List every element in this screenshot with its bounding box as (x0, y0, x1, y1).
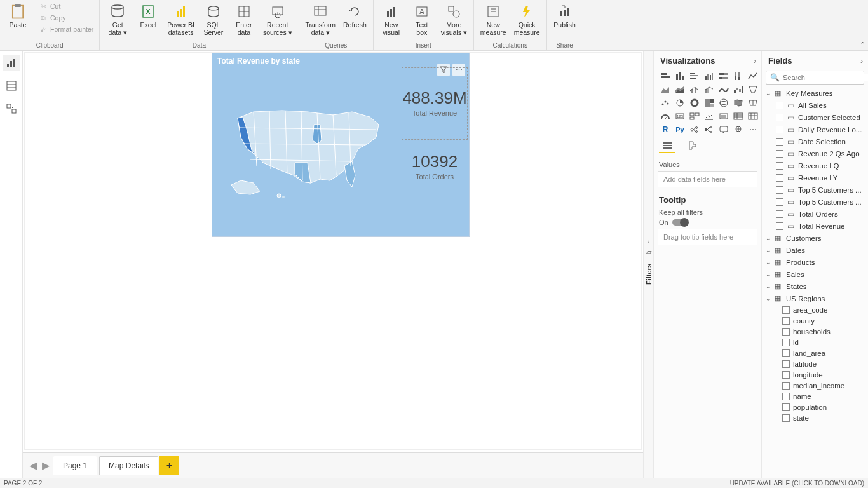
tab-map-details[interactable]: Map Details (99, 456, 158, 475)
new-visual-button[interactable]: New visual (377, 1, 405, 37)
excel-button[interactable]: XExcel (134, 1, 162, 30)
table-customers[interactable]: ⌄▦Customers (762, 232, 868, 244)
viz-kpi-icon[interactable] (703, 111, 715, 122)
filters-panel-collapsed[interactable]: ‹ ▱ Filters (643, 51, 653, 478)
viz-slicer-icon[interactable] (717, 111, 730, 122)
map-visual[interactable]: Total Revenue by state ⋯ 488.39M Total R… (212, 53, 470, 237)
checkbox[interactable] (782, 317, 790, 325)
checkbox[interactable] (782, 414, 790, 422)
viz-line-icon[interactable] (747, 71, 759, 82)
checkbox[interactable] (776, 126, 783, 133)
recent-sources-button[interactable]: Recent sources ▾ (261, 1, 295, 37)
checkbox[interactable] (782, 306, 790, 314)
checkbox[interactable] (776, 102, 783, 109)
field-item[interactable]: ▭Customer Selected (762, 111, 868, 123)
viz-scatter-icon[interactable] (659, 97, 672, 109)
viz-stacked-column-icon[interactable] (674, 71, 686, 82)
field-item[interactable]: area_code (762, 304, 868, 315)
viz-arcgis-icon[interactable] (732, 124, 745, 135)
checkbox[interactable] (782, 371, 790, 379)
enter-data-button[interactable]: Enter data (230, 1, 258, 37)
sql-server-button[interactable]: SQL Server (200, 1, 227, 37)
field-item[interactable]: ▭Total Orders (762, 208, 868, 220)
checkbox[interactable] (776, 174, 783, 182)
tab-next-button[interactable]: ▶ (39, 458, 52, 473)
checkbox[interactable] (776, 198, 783, 206)
table-products[interactable]: ⌄▦Products (762, 256, 868, 268)
viz-ribbon-icon[interactable] (717, 84, 730, 95)
viz-qa-icon[interactable] (717, 124, 730, 135)
data-view-button[interactable] (3, 78, 20, 94)
viz-waterfall-icon[interactable] (732, 84, 745, 95)
text-box-button[interactable]: AText box (408, 1, 436, 37)
viz-card-icon[interactable]: 123 (674, 111, 686, 122)
field-item[interactable]: ▭Revenue 2 Qs Ago (762, 147, 868, 159)
field-item[interactable]: state (762, 412, 868, 423)
tab-prev-button[interactable]: ◀ (27, 458, 39, 473)
checkbox[interactable] (782, 393, 790, 400)
paste-button[interactable]: Paste (4, 1, 32, 30)
viz-matrix-icon[interactable] (747, 111, 759, 122)
viz-more-icon[interactable]: ⋯ (747, 124, 759, 135)
checkbox[interactable] (776, 162, 783, 170)
field-item[interactable]: ▭Total Revenue (762, 220, 868, 232)
update-available-link[interactable]: UPDATE AVAILABLE (CLICK TO DOWNLOAD) (730, 480, 864, 487)
viz-multi-card-icon[interactable] (688, 111, 701, 122)
viz-r-icon[interactable]: R (659, 124, 672, 135)
add-page-button[interactable]: + (159, 456, 179, 475)
fields-collapse-button[interactable]: › (860, 57, 863, 65)
checkbox[interactable] (782, 382, 790, 390)
checkbox[interactable] (776, 150, 783, 158)
table-states[interactable]: ⌄▦States (762, 280, 868, 292)
checkbox[interactable] (782, 360, 790, 368)
get-data-button[interactable]: Get data ▾ (104, 1, 132, 37)
viz-stacked-bar-icon[interactable] (659, 71, 672, 82)
checkbox[interactable] (782, 349, 790, 357)
field-item[interactable]: ▭All Sales (762, 99, 868, 111)
field-item[interactable]: name (762, 391, 868, 402)
table-us-regions[interactable]: ⌄▦US Regions (762, 292, 868, 304)
tooltip-well[interactable]: Drag tooltip fields here (658, 229, 757, 245)
viz-collapse-button[interactable]: › (754, 57, 756, 65)
fields-tab-button[interactable] (659, 139, 675, 153)
report-canvas[interactable]: Total Revenue by state ⋯ 488.39M Total R… (23, 51, 643, 478)
viz-100-stacked-bar-icon[interactable] (717, 71, 730, 82)
model-view-button[interactable] (3, 100, 20, 117)
field-item[interactable]: ▭Daily Revenue Lo... (762, 123, 868, 135)
field-item[interactable]: ▭Revenue LY (762, 172, 868, 184)
search-input[interactable] (783, 74, 868, 81)
field-item[interactable]: households (762, 326, 868, 337)
viz-100-stacked-column-icon[interactable] (732, 71, 745, 82)
viz-decomposition-icon[interactable] (703, 124, 715, 135)
pbi-datasets-button[interactable]: Power BI datasets (165, 1, 197, 37)
checkbox[interactable] (776, 222, 783, 230)
kpi-total-revenue[interactable]: 488.39M Total Revenue (402, 88, 468, 117)
format-tab-button[interactable] (684, 139, 701, 153)
table-dates[interactable]: ⌄▦Dates (762, 244, 868, 256)
viz-table-icon[interactable] (732, 111, 745, 122)
field-item[interactable]: median_income (762, 380, 868, 391)
checkbox[interactable] (782, 403, 790, 411)
checkbox[interactable] (776, 186, 783, 194)
publish-button[interactable]: Publish (551, 1, 579, 30)
new-measure-button[interactable]: New measure (478, 1, 509, 37)
field-item[interactable]: county (762, 315, 868, 326)
field-item[interactable]: ▭Revenue LQ (762, 159, 868, 172)
checkbox[interactable] (776, 114, 783, 121)
viz-line-stacked-column-icon[interactable] (688, 84, 701, 95)
viz-donut-icon[interactable] (688, 97, 701, 109)
viz-clustered-column-icon[interactable] (703, 71, 715, 82)
refresh-button[interactable]: Refresh (341, 1, 369, 30)
checkbox[interactable] (776, 138, 783, 146)
viz-funnel-icon[interactable] (747, 84, 759, 95)
viz-area-icon[interactable] (659, 84, 672, 95)
checkbox[interactable] (782, 328, 790, 336)
viz-treemap-icon[interactable] (703, 97, 715, 109)
fields-search[interactable]: 🔍 (766, 71, 864, 85)
viz-shape-map-icon[interactable] (747, 97, 759, 109)
viz-gauge-icon[interactable] (659, 111, 672, 122)
viz-py-icon[interactable]: Py (674, 124, 686, 135)
more-visuals-button[interactable]: More visuals ▾ (438, 1, 470, 37)
field-item[interactable]: latitude (762, 358, 868, 369)
viz-filled-map-icon[interactable] (732, 97, 745, 109)
